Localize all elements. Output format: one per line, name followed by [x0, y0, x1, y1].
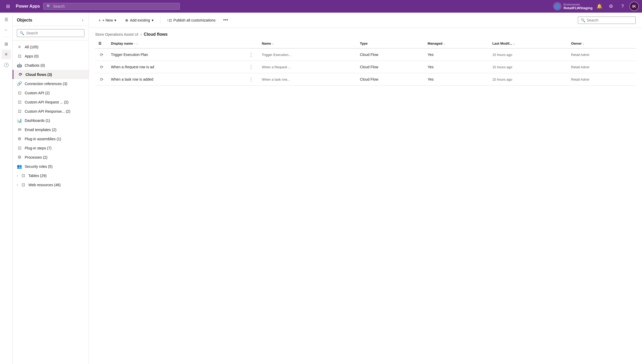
- th-owner-label: Owner: [571, 41, 582, 45]
- content-area: + + New ▾ ⊕ Add existing ▾ ↑⊡ Publish al…: [89, 13, 642, 364]
- add-existing-dropdown-icon: ▾: [152, 18, 154, 22]
- th-last-modified-sort: ↓: [513, 42, 515, 45]
- settings-btn[interactable]: ⚙: [606, 2, 616, 11]
- nav-item-icon: ⊡: [17, 54, 22, 59]
- th-last-modified-label: Last Modif...: [492, 41, 512, 45]
- sidebar-item-dashboards[interactable]: 📊Dashboards (1): [13, 116, 89, 125]
- sidebar-item-connection-references[interactable]: 🔗Connection references (3): [13, 79, 89, 88]
- th-select[interactable]: ☰: [95, 39, 108, 48]
- row-name: Trigger Execution...: [259, 48, 357, 61]
- nav-item-icon: ⊡: [17, 90, 22, 95]
- sidebar-item-tables[interactable]: ›⊡Tables (29): [13, 171, 89, 180]
- notifications-btn[interactable]: 🔔: [595, 2, 604, 11]
- toolbar-search-box[interactable]: 🔍: [578, 17, 636, 24]
- row-more-btn[interactable]: ⋮: [247, 63, 256, 71]
- help-btn[interactable]: ?: [618, 2, 627, 11]
- th-managed[interactable]: Managed ↓: [425, 39, 489, 48]
- row-type: Cloud Flow: [357, 61, 425, 73]
- th-name[interactable]: Name ↓: [259, 39, 357, 48]
- cloud-flow-icon: ⟳: [100, 53, 103, 57]
- main-layout: ☰ ← ⊞ ≡ 🕐 Objects ‹ 🔍 ≡All (105)⊡Apps (0…: [0, 13, 642, 364]
- sidebar-item-custom-api[interactable]: ⊡Custom API (2): [13, 88, 89, 97]
- new-btn[interactable]: + + New ▾: [95, 16, 120, 24]
- row-more-cell: ⋮: [243, 73, 259, 86]
- gear-icon: ⚙: [609, 3, 613, 9]
- th-owner[interactable]: Owner ↓: [568, 39, 636, 48]
- row-more-btn[interactable]: ⋮: [247, 76, 256, 83]
- toolbar-search-input[interactable]: [587, 18, 633, 22]
- th-display-name-label: Display name: [111, 41, 133, 45]
- sidebar-search-input[interactable]: [26, 31, 81, 35]
- icon-bar-objects[interactable]: ≡: [2, 50, 11, 59]
- sidebar-item-all[interactable]: ≡All (105): [13, 43, 89, 51]
- row-managed: Yes: [425, 61, 489, 73]
- row-owner: Retail Admir: [568, 61, 636, 73]
- breadcrumb-separator: ›: [140, 32, 142, 37]
- th-display-name[interactable]: Display name ↑ ↓: [108, 39, 243, 48]
- icon-bar-components[interactable]: ⊞: [2, 39, 11, 49]
- icon-bar-history[interactable]: 🕐: [2, 60, 11, 70]
- sidebar-item-security-roles[interactable]: 👥Security roles (5): [13, 162, 89, 171]
- sidebar-item-plug-in-steps[interactable]: ⊡Plug-in steps (7): [13, 143, 89, 153]
- sidebar-search-container: 🔍: [13, 26, 89, 40]
- add-existing-btn[interactable]: ⊕ Add existing ▾: [122, 16, 157, 24]
- nav-item-label: Security roles (5): [25, 164, 84, 169]
- nav-item-label: Connection references (3): [25, 82, 84, 86]
- grid-icon-btn[interactable]: ⊞: [3, 2, 13, 11]
- breadcrumb-parent[interactable]: Store Operations Assist UI: [95, 32, 138, 37]
- th-owner-sort: ↓: [583, 42, 584, 45]
- sidebar-item-chatbots[interactable]: 🤖Chatbots (0): [13, 61, 89, 70]
- expand-icon: ›: [17, 183, 18, 187]
- sidebar-item-cloud-flows[interactable]: ⟳Cloud flows (3): [13, 70, 89, 79]
- sidebar-item-apps[interactable]: ⊡Apps (0): [13, 51, 89, 61]
- sidebar-item-processes[interactable]: ⚙Processes (2): [13, 153, 89, 162]
- row-type: Cloud Flow: [357, 48, 425, 61]
- icon-bar-back[interactable]: ←: [2, 25, 11, 35]
- environment-info[interactable]: 🌐 Environment RetailFLWStaging: [553, 2, 593, 11]
- sidebar-item-custom-api-request-[interactable]: ⊡Custom API Request ... (2): [13, 97, 89, 107]
- avatar[interactable]: IK: [629, 2, 639, 11]
- th-type[interactable]: Type: [357, 39, 425, 48]
- nav-item-icon: ⟳: [18, 72, 23, 77]
- row-name: When a Request ...: [259, 61, 357, 73]
- sidebar-collapse-btn[interactable]: ‹: [81, 17, 84, 24]
- row-managed: Yes: [425, 48, 489, 61]
- nav-item-label: Custom API Response... (2): [25, 109, 84, 113]
- sidebar-item-web-resources[interactable]: ›⊡Web resources (46): [13, 180, 89, 189]
- nav-item-label: Email templates (2): [25, 128, 84, 132]
- nav-item-icon: ≡: [17, 45, 22, 49]
- th-type-label: Type: [360, 41, 368, 45]
- sidebar-header: Objects ‹: [13, 13, 89, 26]
- global-search-box[interactable]: 🔍: [43, 3, 180, 10]
- nav-item-label: Plug-in steps (7): [25, 146, 84, 150]
- top-nav-right: 🌐 Environment RetailFLWStaging 🔔 ⚙ ? IK: [553, 2, 639, 11]
- cloud-flow-icon: ⟳: [100, 77, 103, 82]
- toolbar-separator: [160, 17, 160, 23]
- environment-icon: 🌐: [553, 2, 562, 11]
- sidebar-item-email-templates[interactable]: ✉Email templates (2): [13, 125, 89, 134]
- toolbar-more-btn[interactable]: •••: [221, 16, 230, 24]
- row-display-name[interactable]: When a Request row is ad: [108, 61, 243, 73]
- nav-item-icon: ⊡: [21, 182, 26, 187]
- nav-item-label: Chatbots (0): [25, 63, 84, 67]
- icon-bar: ☰ ← ⊞ ≡ 🕐: [0, 13, 13, 364]
- publish-btn[interactable]: ↑⊡ Publish all customizations: [164, 16, 219, 24]
- row-owner: Retail Admir: [568, 73, 636, 86]
- global-search-input[interactable]: [53, 4, 176, 8]
- th-last-modified[interactable]: Last Modif... ↓: [489, 39, 568, 48]
- sidebar-search-box[interactable]: 🔍: [17, 29, 84, 37]
- nav-item-label: Cloud flows (3): [26, 72, 84, 77]
- row-more-btn[interactable]: ⋮: [247, 51, 256, 58]
- bell-icon: 🔔: [597, 3, 602, 9]
- nav-item-label: Dashboards (1): [25, 118, 84, 123]
- row-display-name[interactable]: Trigger Execution Plan: [108, 48, 243, 61]
- cloud-flow-icon: ⟳: [100, 65, 103, 69]
- global-search-icon: 🔍: [47, 4, 51, 8]
- row-more-cell: ⋮: [243, 48, 259, 61]
- icon-bar-menu[interactable]: ☰: [2, 15, 11, 24]
- sidebar-item-custom-api-response-[interactable]: ⊡Custom API Response... (2): [13, 107, 89, 116]
- nav-item-label: Tables (29): [28, 174, 84, 178]
- row-display-name[interactable]: When a task row is added: [108, 73, 243, 86]
- nav-item-label: Apps (0): [25, 54, 84, 58]
- sidebar-item-plug-in-assemblies[interactable]: ⚙Plug-in assemblies (1): [13, 134, 89, 143]
